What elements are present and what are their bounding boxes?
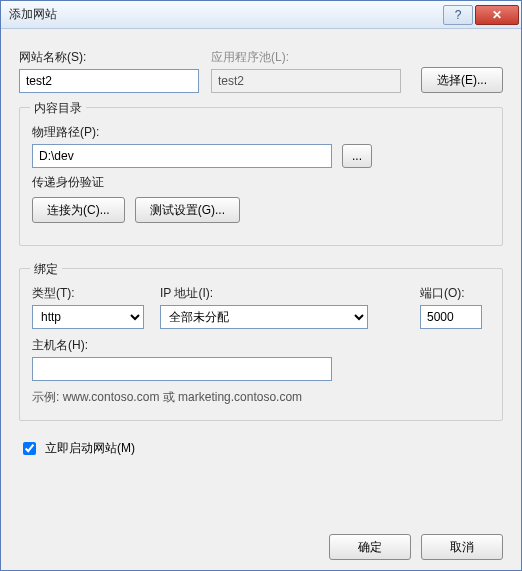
- binding-legend: 绑定: [30, 261, 62, 278]
- type-select[interactable]: http: [32, 305, 144, 329]
- physical-path-input[interactable]: [32, 144, 332, 168]
- help-button[interactable]: ?: [443, 5, 473, 25]
- ip-select[interactable]: 全部未分配: [160, 305, 368, 329]
- autostart-label: 立即启动网站(M): [45, 440, 135, 457]
- cancel-button[interactable]: 取消: [421, 534, 503, 560]
- app-pool-label: 应用程序池(L):: [211, 49, 411, 66]
- site-name-input[interactable]: [19, 69, 199, 93]
- port-input[interactable]: [420, 305, 482, 329]
- binding-group: 绑定 类型(T): http IP 地址(I): 全部未分配 端口(O):: [19, 268, 503, 421]
- app-pool-input: [211, 69, 401, 93]
- site-name-label: 网站名称(S):: [19, 49, 201, 66]
- connect-as-button[interactable]: 连接为(C)...: [32, 197, 125, 223]
- content-legend: 内容目录: [30, 100, 86, 117]
- ellipsis-icon: ...: [352, 149, 362, 163]
- test-settings-button[interactable]: 测试设置(G)...: [135, 197, 240, 223]
- host-label: 主机名(H):: [32, 337, 490, 354]
- titlebar: 添加网站 ? ✕: [1, 1, 521, 29]
- select-app-pool-button[interactable]: 选择(E)...: [421, 67, 503, 93]
- ok-button[interactable]: 确定: [329, 534, 411, 560]
- close-button[interactable]: ✕: [475, 5, 519, 25]
- window-title: 添加网站: [9, 6, 443, 23]
- type-label: 类型(T):: [32, 285, 150, 302]
- close-icon: ✕: [492, 8, 502, 22]
- passthrough-auth-label: 传递身份验证: [32, 174, 490, 191]
- physical-path-label: 物理路径(P):: [32, 124, 490, 141]
- question-icon: ?: [455, 8, 462, 22]
- port-label: 端口(O):: [420, 285, 490, 302]
- browse-path-button[interactable]: ...: [342, 144, 372, 168]
- host-example: 示例: www.contoso.com 或 marketing.contoso.…: [32, 389, 490, 406]
- host-input[interactable]: [32, 357, 332, 381]
- autostart-checkbox[interactable]: [23, 442, 36, 455]
- dialog-add-website: 添加网站 ? ✕ 网站名称(S): 应用程序池(L): 选择(E)... 内容目…: [0, 0, 522, 571]
- content-group: 内容目录 物理路径(P): ... 传递身份验证 连接为(C)... 测试设置(…: [19, 107, 503, 246]
- ip-label: IP 地址(I):: [160, 285, 410, 302]
